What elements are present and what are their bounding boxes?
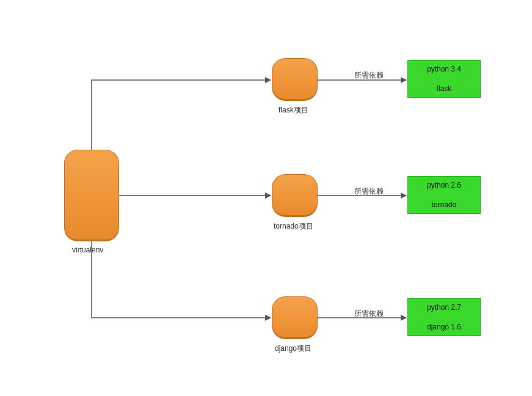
edge-label-flask: 所需依赖 xyxy=(354,70,384,81)
dep-line: python 2.6 xyxy=(427,180,461,190)
dep-box-django: python 2.7 django 1.6 xyxy=(407,298,481,336)
dep-box-flask: python 3.4 flask xyxy=(407,60,481,98)
project-node-tornado xyxy=(272,174,318,217)
dep-line: python 2.7 xyxy=(427,302,461,312)
dep-line: django 1.6 xyxy=(427,322,461,332)
project-node-django xyxy=(272,296,318,339)
dep-line: tornado xyxy=(427,200,461,210)
dep-line: flask xyxy=(427,84,461,94)
diagram-stage: virtualenv flask项目 所需依赖 python 3.4 flask… xyxy=(0,0,532,396)
project-label-tornado: tornado项目 xyxy=(274,221,313,232)
project-label-flask: flask项目 xyxy=(279,105,308,116)
edge-label-django: 所需依赖 xyxy=(354,309,384,319)
project-node-flask xyxy=(272,58,318,101)
root-node xyxy=(64,150,119,241)
dep-box-tornado: python 2.6 tornado xyxy=(407,176,481,214)
dep-line: python 3.4 xyxy=(427,64,461,74)
root-label: virtualenv xyxy=(72,246,103,254)
project-label-django: django项目 xyxy=(275,343,312,354)
edge-label-tornado: 所需依赖 xyxy=(354,186,384,197)
